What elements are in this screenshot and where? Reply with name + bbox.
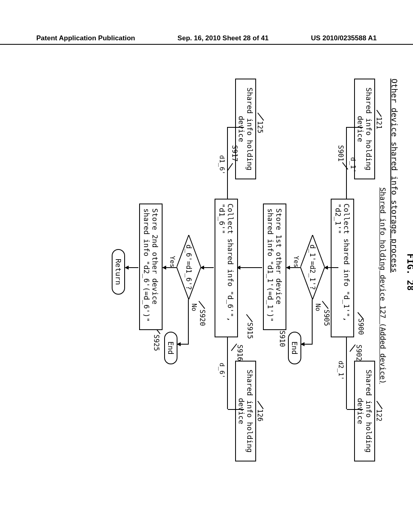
s920-yes: Yes xyxy=(169,256,176,268)
lane-center-title: Shared info holding device 127 (Added de… xyxy=(379,187,387,384)
ref-121: 121 xyxy=(375,117,383,129)
return-terminal: Return xyxy=(112,249,125,295)
device-121-box: Shared info holding device xyxy=(354,79,375,179)
ref-125: 125 xyxy=(256,121,264,133)
device-126-box: Shared info holding device xyxy=(235,361,256,461)
s920-no: No xyxy=(190,303,198,311)
s925-box: Store 2nd other device shared info "d2_6… xyxy=(139,204,163,330)
s905-no: No xyxy=(314,303,322,311)
ref-122: 122 xyxy=(375,409,383,422)
end-1: End xyxy=(288,332,301,364)
s925-ref: S925 xyxy=(152,335,161,351)
device-125-box: Shared info holding device xyxy=(235,79,256,179)
s900-ref: S900 xyxy=(357,318,365,335)
s920-text: d_6'=d1_6'? xyxy=(177,235,201,299)
figure-number: FIG. 28 xyxy=(405,254,413,291)
s920-ref: S920 xyxy=(198,310,206,326)
device-122-box: Shared info holding device xyxy=(354,361,375,461)
s917-msg: d1_6' xyxy=(218,155,226,175)
page-header: Patent Application Publication Sep. 16, … xyxy=(0,34,413,45)
figure-28: FIG. 28 Other device shared info storage… xyxy=(20,107,411,417)
s915-box: Collect shared info "d_6'", "d1_6'" xyxy=(215,199,238,337)
s916-msg: d_6' xyxy=(218,363,226,378)
s905-ref: S905 xyxy=(323,310,331,326)
s905-text: d_1'=d2_1'? xyxy=(300,235,325,299)
s916-ref: S916 xyxy=(236,345,244,361)
s900-box: Collect shared info "d_1'", "d2_1'" xyxy=(331,199,354,337)
s902-msg: d2_1' xyxy=(337,361,345,380)
s917-ref: S917 xyxy=(231,145,239,162)
s910-box: Store 1st other device shared info "d1_1… xyxy=(263,204,286,330)
s905-yes: Yes xyxy=(292,256,300,268)
s902-ref: S902 xyxy=(355,345,363,361)
end-2: End xyxy=(164,332,177,364)
process-title: Other device shared info storage process xyxy=(390,79,399,273)
header-left: Patent Application Publication xyxy=(36,34,135,42)
s910-ref: S910 xyxy=(278,330,286,347)
header-center: Sep. 16, 2010 Sheet 28 of 41 xyxy=(177,34,269,42)
s901-ref: S901 xyxy=(337,145,345,162)
ref-126: 126 xyxy=(256,409,264,422)
s901-msg: d_1' xyxy=(349,157,357,173)
s915-ref: S915 xyxy=(246,322,254,339)
header-right: US 2010/0235588 A1 xyxy=(311,34,377,42)
